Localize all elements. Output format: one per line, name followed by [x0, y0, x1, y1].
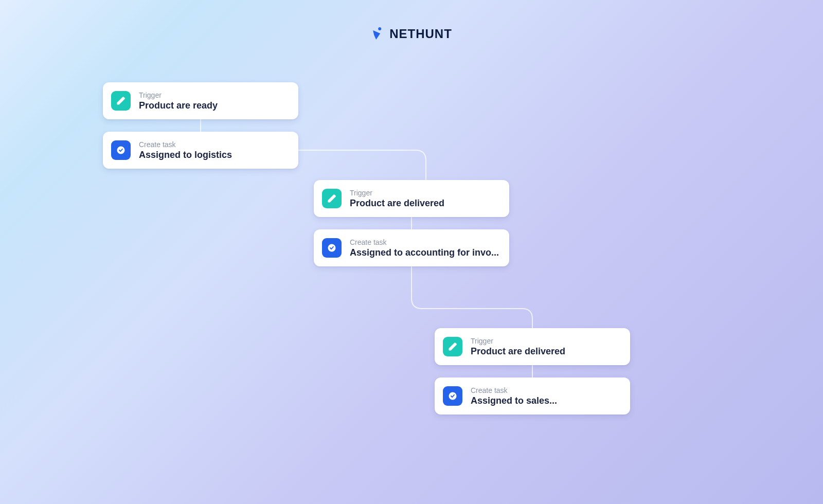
workflow-node-task-logistics[interactable]: Create task Assigned to logistics — [103, 132, 298, 169]
pencil-icon — [443, 337, 462, 356]
card-text: Create task Assigned to logistics — [139, 140, 232, 160]
node-type-label: Create task — [350, 238, 499, 246]
check-circle-icon — [322, 238, 342, 258]
check-circle-icon — [443, 386, 462, 406]
workflow-node-trigger-delivered-2[interactable]: Trigger Product are delivered — [435, 328, 630, 365]
node-title: Assigned to sales... — [471, 395, 557, 406]
node-type-label: Trigger — [139, 91, 218, 99]
workflow-node-task-sales[interactable]: Create task Assigned to sales... — [435, 377, 630, 415]
workflow-node-trigger-delivered-1[interactable]: Trigger Product are delivered — [314, 180, 509, 217]
check-circle-icon — [111, 140, 131, 160]
node-title: Product are delivered — [350, 198, 444, 209]
node-type-label: Create task — [139, 140, 232, 149]
card-text: Trigger Product are delivered — [350, 189, 444, 209]
pencil-icon — [111, 91, 131, 111]
node-title: Product are delivered — [471, 346, 565, 357]
card-text: Create task Assigned to sales... — [471, 386, 557, 406]
pencil-icon — [322, 189, 342, 208]
card-text: Trigger Product are ready — [139, 91, 218, 111]
node-title: Assigned to accounting for invo... — [350, 247, 499, 258]
card-text: Trigger Product are delivered — [471, 337, 565, 357]
node-title: Assigned to logistics — [139, 150, 232, 160]
node-type-label: Trigger — [471, 337, 565, 345]
node-type-label: Create task — [471, 386, 557, 394]
workflow-node-task-accounting[interactable]: Create task Assigned to accounting for i… — [314, 229, 509, 266]
node-title: Product are ready — [139, 100, 218, 111]
card-text: Create task Assigned to accounting for i… — [350, 238, 499, 258]
node-type-label: Trigger — [350, 189, 444, 197]
workflow-node-trigger-ready[interactable]: Trigger Product are ready — [103, 82, 298, 119]
